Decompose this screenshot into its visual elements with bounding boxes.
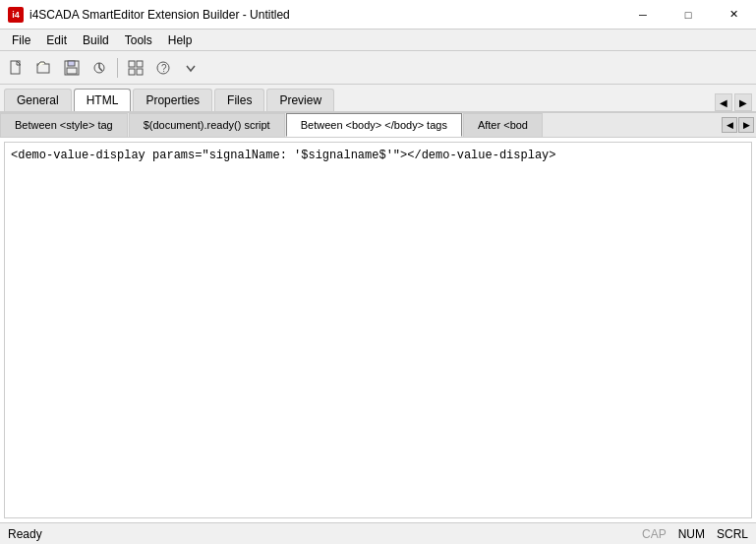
new-icon [9,60,25,76]
help-button[interactable]: ? [150,55,176,81]
inner-tab-nav: ◀ ▶ [720,115,756,135]
tab-files[interactable]: Files [214,89,264,111]
tab-nav-left[interactable]: ◀ [715,93,732,111]
status-right: CAP NUM SCRL [642,527,748,541]
svg-line-8 [99,68,102,71]
build-icon [91,60,107,76]
window-title: i4SCADA SmartEditor Extension Builder - … [29,8,290,22]
tab-properties[interactable]: Properties [133,89,212,111]
open-button[interactable] [31,55,57,81]
editor-area: Between <style> tag $(document).ready() … [0,113,756,522]
title-bar: i4 i4SCADA SmartEditor Extension Builder… [0,0,756,30]
svg-text:?: ? [161,63,167,74]
tab-preview[interactable]: Preview [266,89,334,111]
svg-rect-9 [129,61,135,67]
menu-help[interactable]: Help [160,31,201,49]
status-cap: CAP [642,527,667,541]
tab-general[interactable]: General [4,89,72,111]
app-icon-label: i4 [12,10,20,20]
close-button[interactable]: ✕ [711,0,756,30]
inner-tab-nav-right[interactable]: ▶ [738,117,754,133]
inner-tab-body[interactable]: Between <body> </body> tags [286,113,462,137]
menu-bar: File Edit Build Tools Help [0,30,756,51]
main-tabs: General HTML Properties Files Preview ◀ … [0,85,756,113]
save-button[interactable] [59,55,85,81]
save-icon [64,60,80,76]
menu-edit[interactable]: Edit [38,31,75,49]
status-scrl: SCRL [717,527,748,541]
svg-rect-10 [137,61,143,67]
svg-rect-12 [137,69,143,75]
svg-rect-11 [129,69,135,75]
main-tab-nav: ◀ ▶ [715,93,752,111]
toolbar-separator-1 [117,58,118,78]
new-button[interactable] [4,55,29,81]
toolbar: ? [0,51,756,85]
inner-tabs: Between <style> tag $(document).ready() … [0,113,720,137]
code-editor[interactable]: <demo-value-display params="signalName: … [4,142,752,518]
dropdown-icon [183,60,199,76]
svg-rect-4 [68,61,75,66]
status-bar: Ready CAP NUM SCRL [0,522,756,544]
inner-tab-after[interactable]: After <bod [463,113,543,137]
minimize-button[interactable]: ─ [620,0,666,30]
inner-tab-ready[interactable]: $(document).ready() script [129,113,285,137]
inner-tab-nav-left[interactable]: ◀ [722,117,737,133]
tab-html[interactable]: HTML [74,89,132,111]
menu-build[interactable]: Build [75,31,117,49]
open-icon [36,60,52,76]
grid-icon [128,60,144,76]
help-icon: ? [155,60,171,76]
menu-tools[interactable]: Tools [117,31,160,49]
title-bar-left: i4 i4SCADA SmartEditor Extension Builder… [8,7,290,23]
status-ready: Ready [8,527,42,541]
build-button[interactable] [87,55,112,81]
inner-tabs-wrapper: Between <style> tag $(document).ready() … [0,113,756,138]
svg-rect-5 [67,68,77,74]
dropdown-button[interactable] [178,55,204,81]
inner-tab-style[interactable]: Between <style> tag [0,113,128,137]
tab-nav-right[interactable]: ▶ [734,93,752,111]
maximize-button[interactable]: □ [666,0,711,30]
status-num: NUM [678,527,705,541]
window-controls: ─ □ ✕ [620,0,756,30]
menu-file[interactable]: File [4,31,38,49]
grid-button[interactable] [123,55,148,81]
app-icon: i4 [8,7,24,23]
